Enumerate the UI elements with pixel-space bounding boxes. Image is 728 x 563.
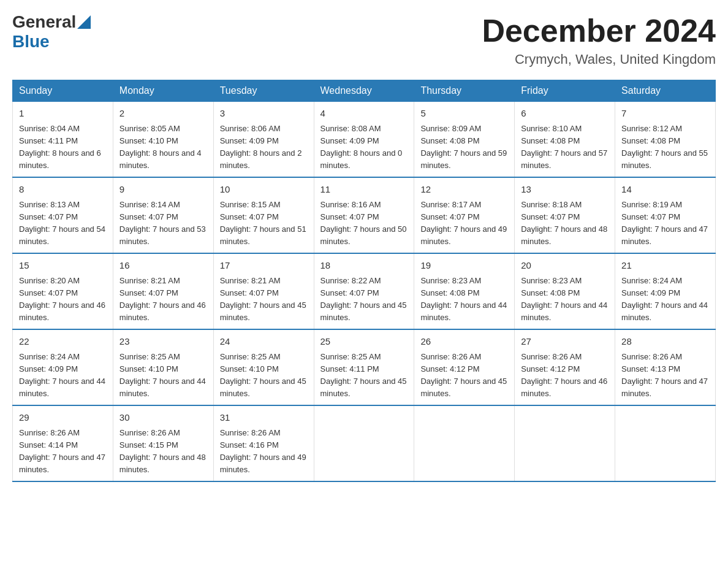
table-row: 18Sunrise: 8:22 AMSunset: 4:07 PMDayligh… — [314, 253, 414, 329]
day-info: Sunrise: 8:19 AMSunset: 4:07 PMDaylight:… — [621, 199, 709, 248]
day-number: 7 — [621, 107, 709, 121]
calendar-week-row: 29Sunrise: 8:26 AMSunset: 4:14 PMDayligh… — [13, 405, 716, 481]
table-row: 20Sunrise: 8:23 AMSunset: 4:08 PMDayligh… — [515, 253, 615, 329]
table-row: 15Sunrise: 8:20 AMSunset: 4:07 PMDayligh… — [13, 253, 113, 329]
table-row: 13Sunrise: 8:18 AMSunset: 4:07 PMDayligh… — [515, 177, 615, 253]
day-number: 31 — [220, 411, 308, 425]
header-friday: Friday — [515, 80, 615, 102]
calendar-table: Sunday Monday Tuesday Wednesday Thursday… — [12, 80, 716, 482]
table-row: 5Sunrise: 8:09 AMSunset: 4:08 PMDaylight… — [414, 102, 515, 178]
day-info: Sunrise: 8:04 AMSunset: 4:11 PMDaylight:… — [19, 123, 107, 172]
day-number: 23 — [119, 335, 207, 349]
table-row — [414, 405, 515, 481]
table-row: 16Sunrise: 8:21 AMSunset: 4:07 PMDayligh… — [113, 253, 213, 329]
table-row: 14Sunrise: 8:19 AMSunset: 4:07 PMDayligh… — [615, 177, 716, 253]
table-row: 6Sunrise: 8:10 AMSunset: 4:08 PMDaylight… — [515, 102, 615, 178]
day-info: Sunrise: 8:05 AMSunset: 4:10 PMDaylight:… — [119, 123, 207, 172]
location: Crymych, Wales, United Kingdom — [482, 52, 716, 67]
day-info: Sunrise: 8:08 AMSunset: 4:09 PMDaylight:… — [320, 123, 408, 172]
day-number: 14 — [621, 183, 709, 197]
day-number: 18 — [320, 259, 408, 273]
table-row: 17Sunrise: 8:21 AMSunset: 4:07 PMDayligh… — [213, 253, 314, 329]
day-info: Sunrise: 8:16 AMSunset: 4:07 PMDaylight:… — [320, 199, 408, 248]
calendar-week-row: 1Sunrise: 8:04 AMSunset: 4:11 PMDaylight… — [13, 102, 716, 178]
table-row: 23Sunrise: 8:25 AMSunset: 4:10 PMDayligh… — [113, 329, 213, 405]
calendar-week-row: 22Sunrise: 8:24 AMSunset: 4:09 PMDayligh… — [13, 329, 716, 405]
table-row: 8Sunrise: 8:13 AMSunset: 4:07 PMDaylight… — [13, 177, 113, 253]
day-number: 12 — [420, 183, 508, 197]
day-info: Sunrise: 8:26 AMSunset: 4:14 PMDaylight:… — [19, 427, 107, 477]
table-row: 25Sunrise: 8:25 AMSunset: 4:11 PMDayligh… — [314, 329, 414, 405]
table-row: 22Sunrise: 8:24 AMSunset: 4:09 PMDayligh… — [13, 329, 113, 405]
day-number: 6 — [521, 107, 609, 121]
day-info: Sunrise: 8:09 AMSunset: 4:08 PMDaylight:… — [420, 123, 508, 172]
day-info: Sunrise: 8:23 AMSunset: 4:08 PMDaylight:… — [521, 275, 609, 324]
day-number: 11 — [320, 183, 408, 197]
day-info: Sunrise: 8:13 AMSunset: 4:07 PMDaylight:… — [19, 199, 107, 248]
table-row: 19Sunrise: 8:23 AMSunset: 4:08 PMDayligh… — [414, 253, 515, 329]
table-row: 29Sunrise: 8:26 AMSunset: 4:14 PMDayligh… — [13, 405, 113, 481]
header-sunday: Sunday — [13, 80, 113, 102]
calendar-week-row: 15Sunrise: 8:20 AMSunset: 4:07 PMDayligh… — [13, 253, 716, 329]
day-info: Sunrise: 8:24 AMSunset: 4:09 PMDaylight:… — [621, 275, 709, 324]
page-header: General Blue December 2024 Crymych, Wale… — [12, 12, 716, 67]
table-row: 26Sunrise: 8:26 AMSunset: 4:12 PMDayligh… — [414, 329, 515, 405]
day-info: Sunrise: 8:25 AMSunset: 4:10 PMDaylight:… — [220, 351, 308, 400]
day-number: 24 — [220, 335, 308, 349]
day-info: Sunrise: 8:26 AMSunset: 4:12 PMDaylight:… — [521, 351, 609, 400]
title-section: December 2024 Crymych, Wales, United Kin… — [482, 12, 716, 67]
svg-marker-0 — [77, 15, 91, 29]
day-info: Sunrise: 8:25 AMSunset: 4:11 PMDaylight:… — [320, 351, 408, 400]
day-number: 2 — [119, 107, 207, 121]
day-info: Sunrise: 8:26 AMSunset: 4:12 PMDaylight:… — [420, 351, 508, 400]
day-number: 15 — [19, 259, 107, 273]
table-row: 24Sunrise: 8:25 AMSunset: 4:10 PMDayligh… — [213, 329, 314, 405]
header-saturday: Saturday — [615, 80, 716, 102]
day-number: 25 — [320, 335, 408, 349]
table-row: 30Sunrise: 8:26 AMSunset: 4:15 PMDayligh… — [113, 405, 213, 481]
table-row: 31Sunrise: 8:26 AMSunset: 4:16 PMDayligh… — [213, 405, 314, 481]
table-row: 28Sunrise: 8:26 AMSunset: 4:13 PMDayligh… — [615, 329, 716, 405]
day-number: 10 — [220, 183, 308, 197]
day-number: 17 — [220, 259, 308, 273]
day-number: 16 — [119, 259, 207, 273]
table-row: 2Sunrise: 8:05 AMSunset: 4:10 PMDaylight… — [113, 102, 213, 178]
table-row: 11Sunrise: 8:16 AMSunset: 4:07 PMDayligh… — [314, 177, 414, 253]
day-info: Sunrise: 8:14 AMSunset: 4:07 PMDaylight:… — [119, 199, 207, 248]
logo-blue: Blue — [12, 32, 50, 51]
day-info: Sunrise: 8:26 AMSunset: 4:13 PMDaylight:… — [621, 351, 709, 400]
day-info: Sunrise: 8:18 AMSunset: 4:07 PMDaylight:… — [521, 199, 609, 248]
day-number: 22 — [19, 335, 107, 349]
table-row: 4Sunrise: 8:08 AMSunset: 4:09 PMDaylight… — [314, 102, 414, 178]
day-info: Sunrise: 8:12 AMSunset: 4:08 PMDaylight:… — [621, 123, 709, 172]
day-info: Sunrise: 8:20 AMSunset: 4:07 PMDaylight:… — [19, 275, 107, 324]
day-number: 13 — [521, 183, 609, 197]
logo-general: General — [12, 12, 76, 32]
day-info: Sunrise: 8:17 AMSunset: 4:07 PMDaylight:… — [420, 199, 508, 248]
logo-triangle-icon — [77, 15, 91, 29]
day-number: 26 — [420, 335, 508, 349]
table-row: 3Sunrise: 8:06 AMSunset: 4:09 PMDaylight… — [213, 102, 314, 178]
logo: General Blue — [12, 12, 91, 52]
day-info: Sunrise: 8:22 AMSunset: 4:07 PMDaylight:… — [320, 275, 408, 324]
day-number: 19 — [420, 259, 508, 273]
day-info: Sunrise: 8:23 AMSunset: 4:08 PMDaylight:… — [420, 275, 508, 324]
table-row — [515, 405, 615, 481]
day-info: Sunrise: 8:06 AMSunset: 4:09 PMDaylight:… — [220, 123, 308, 172]
table-row: 27Sunrise: 8:26 AMSunset: 4:12 PMDayligh… — [515, 329, 615, 405]
day-info: Sunrise: 8:25 AMSunset: 4:10 PMDaylight:… — [119, 351, 207, 400]
day-info: Sunrise: 8:10 AMSunset: 4:08 PMDaylight:… — [521, 123, 609, 172]
header-wednesday: Wednesday — [314, 80, 414, 102]
table-row: 12Sunrise: 8:17 AMSunset: 4:07 PMDayligh… — [414, 177, 515, 253]
table-row: 7Sunrise: 8:12 AMSunset: 4:08 PMDaylight… — [615, 102, 716, 178]
table-row — [615, 405, 716, 481]
day-info: Sunrise: 8:26 AMSunset: 4:16 PMDaylight:… — [220, 427, 308, 477]
day-info: Sunrise: 8:26 AMSunset: 4:15 PMDaylight:… — [119, 427, 207, 477]
header-thursday: Thursday — [414, 80, 515, 102]
table-row — [314, 405, 414, 481]
calendar-week-row: 8Sunrise: 8:13 AMSunset: 4:07 PMDaylight… — [13, 177, 716, 253]
day-number: 28 — [621, 335, 709, 349]
table-row: 21Sunrise: 8:24 AMSunset: 4:09 PMDayligh… — [615, 253, 716, 329]
day-info: Sunrise: 8:21 AMSunset: 4:07 PMDaylight:… — [220, 275, 308, 324]
table-row: 1Sunrise: 8:04 AMSunset: 4:11 PMDaylight… — [13, 102, 113, 178]
